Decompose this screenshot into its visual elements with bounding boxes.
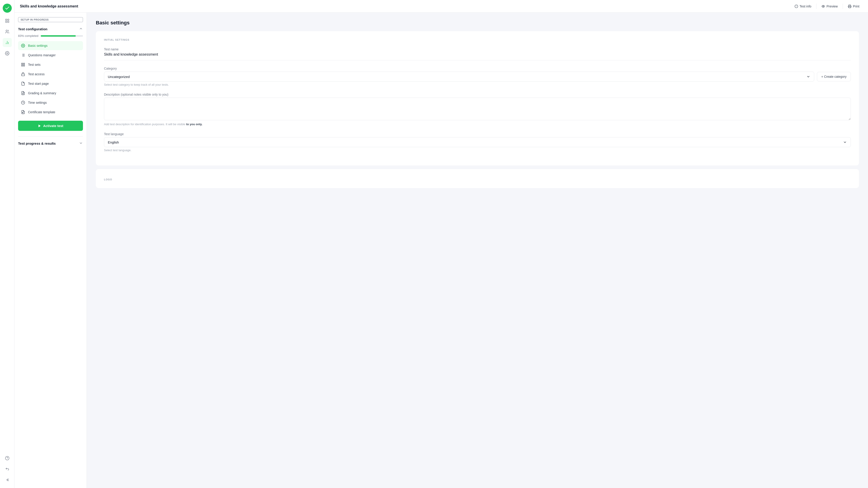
description-hint: Add test description for identification … xyxy=(104,123,851,126)
description-label: Description (optional notes visible only… xyxy=(104,93,851,96)
sidebar-settings-btn[interactable] xyxy=(3,49,12,58)
svg-point-14 xyxy=(823,6,824,7)
progress-bar-fill xyxy=(41,35,76,37)
nav-certificate-template-label: Certificate template xyxy=(28,110,55,114)
sidebar-grid-btn[interactable] xyxy=(3,16,12,25)
test-language-select[interactable]: English xyxy=(104,137,851,147)
sidebar-users-btn[interactable] xyxy=(3,27,12,36)
questions-manager-icon xyxy=(21,53,25,57)
time-settings-icon xyxy=(21,100,25,105)
description-field: Description (optional notes visible only… xyxy=(104,93,851,126)
nav-item-questions-manager[interactable]: Questions manager xyxy=(18,51,83,60)
language-chevron-icon xyxy=(843,140,847,144)
nav-item-test-sets[interactable]: Test sets xyxy=(18,60,83,69)
nav-time-settings-label: Time settings xyxy=(28,101,47,104)
svg-point-4 xyxy=(6,30,7,32)
sidebar-back-btn[interactable] xyxy=(3,464,12,474)
test-start-page-icon xyxy=(21,81,25,86)
config-collapse-btn[interactable] xyxy=(79,27,83,31)
content-area: SETUP IN PROGRESS Test configuration 83%… xyxy=(14,13,868,488)
activate-test-btn[interactable]: Activate test xyxy=(18,121,83,131)
nav-item-basic-settings[interactable]: Basic settings xyxy=(18,41,83,50)
basic-settings-icon xyxy=(21,43,25,48)
app-logo[interactable] xyxy=(3,4,12,13)
header-divider-1 xyxy=(816,4,816,9)
nav-test-start-page-label: Test start page xyxy=(28,82,49,86)
description-textarea[interactable] xyxy=(104,98,851,120)
logo-card: LOGO xyxy=(96,169,859,188)
icon-sidebar xyxy=(0,0,14,488)
nav-questions-manager-label: Questions manager xyxy=(28,53,56,57)
chevron-up-icon xyxy=(79,27,83,31)
sidebar-analytics-btn[interactable] xyxy=(3,38,12,47)
preview-label: Preview xyxy=(827,4,838,8)
nav-item-test-access[interactable]: Test access xyxy=(18,70,83,79)
description-hint-prefix: Add test description for identification … xyxy=(104,123,186,126)
category-chevron-icon xyxy=(806,74,810,79)
nav-grading-summary-label: Grading & summary xyxy=(28,91,56,95)
svg-rect-2 xyxy=(5,21,7,23)
header-actions: Test info Preview Print xyxy=(792,3,863,10)
test-name-value: Skills and knowledge assessment xyxy=(104,53,851,57)
nav-item-certificate-template[interactable]: Certificate template xyxy=(18,108,83,117)
nav-item-time-settings[interactable]: Time settings xyxy=(18,98,83,107)
svg-point-8 xyxy=(6,53,8,54)
test-language-field: Test language English Select test langua… xyxy=(104,132,851,152)
svg-rect-1 xyxy=(7,19,9,21)
svg-rect-25 xyxy=(22,65,23,66)
info-icon xyxy=(795,4,798,8)
svg-rect-15 xyxy=(849,6,850,8)
test-name-field: Test name Skills and knowledge assessmen… xyxy=(104,48,851,60)
print-icon xyxy=(848,4,851,8)
sidebar-collapse-btn[interactable] xyxy=(3,475,12,484)
main-content: Basic settings INITIAL SETTINGS Test nam… xyxy=(87,13,868,488)
test-sets-icon xyxy=(21,62,25,67)
description-hint-bold: to you only. xyxy=(186,123,202,126)
svg-marker-32 xyxy=(38,125,40,127)
nav-test-sets-label: Test sets xyxy=(28,63,40,66)
top-header: Skills and knowledge assessment Test inf… xyxy=(14,0,868,13)
print-label: Print xyxy=(853,4,860,8)
svg-rect-27 xyxy=(22,74,25,76)
svg-rect-26 xyxy=(24,65,25,66)
activate-test-label: Activate test xyxy=(43,124,63,128)
progress-label: 83% completed xyxy=(18,34,38,37)
nav-item-test-start-page[interactable]: Test start page xyxy=(18,79,83,88)
create-category-label: + Create category xyxy=(821,75,846,79)
svg-rect-24 xyxy=(24,63,25,64)
category-value: Uncategorized xyxy=(108,75,130,79)
test-language-hint: Select test language. xyxy=(104,149,851,152)
test-language-value: English xyxy=(108,140,119,144)
play-icon xyxy=(38,124,41,128)
nav-test-access-label: Test access xyxy=(28,72,44,76)
certificate-template-icon xyxy=(21,110,25,114)
category-select[interactable]: Uncategorized xyxy=(104,72,814,82)
category-field: Category Uncategorized + Create category xyxy=(104,67,851,86)
test-info-btn[interactable]: Test info xyxy=(792,3,814,10)
category-hint: Select test category to keep track of al… xyxy=(104,83,851,86)
section-heading: Basic settings xyxy=(96,20,859,26)
svg-point-16 xyxy=(23,45,24,46)
settings-card: INITIAL SETTINGS Test name Skills and kn… xyxy=(96,31,859,165)
preview-btn[interactable]: Preview xyxy=(818,3,841,10)
nav-basic-settings-label: Basic settings xyxy=(28,44,48,48)
chevron-down-icon xyxy=(79,141,83,145)
sidebar-help-btn[interactable] xyxy=(3,454,12,463)
progress-row: 83% completed xyxy=(18,34,83,37)
print-btn[interactable]: Print xyxy=(845,3,863,10)
preview-icon xyxy=(822,4,825,8)
svg-rect-3 xyxy=(7,21,9,23)
config-section-title: Test configuration xyxy=(18,27,48,31)
category-label: Category xyxy=(104,67,851,70)
config-section2-title: Test progress & results xyxy=(18,142,56,145)
nav-item-grading-summary[interactable]: Grading & summary xyxy=(18,89,83,98)
category-select-row: Uncategorized + Create category xyxy=(104,72,851,82)
setup-badge: SETUP IN PROGRESS xyxy=(18,17,83,22)
svg-rect-23 xyxy=(22,63,23,64)
header-divider-2 xyxy=(843,4,843,9)
section2-collapse-btn[interactable] xyxy=(79,141,83,146)
test-language-label: Test language xyxy=(104,132,851,136)
page-title: Skills and knowledge assessment xyxy=(20,4,78,8)
svg-point-9 xyxy=(5,456,9,460)
create-category-btn[interactable]: + Create category xyxy=(817,72,851,81)
